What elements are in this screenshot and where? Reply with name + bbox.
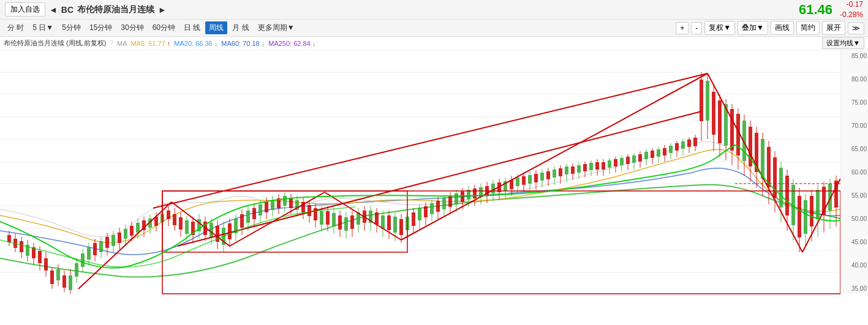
svg-rect-42 [99, 241, 103, 252]
setup-ma-button[interactable]: 设置均线▼ [822, 37, 864, 49]
svg-rect-52 [130, 226, 134, 236]
svg-rect-238 [700, 80, 703, 121]
svg-rect-136 [387, 215, 391, 230]
svg-rect-200 [583, 164, 587, 171]
svg-rect-190 [553, 170, 556, 177]
period-fenshi[interactable]: 分 时 [4, 21, 28, 34]
svg-rect-144 [412, 212, 415, 226]
ma20-arrow: ↓ [214, 40, 218, 47]
svg-rect-178 [516, 177, 519, 186]
svg-rect-158 [455, 193, 458, 204]
svg-rect-64 [167, 211, 170, 219]
period-5day[interactable]: 5 日▼ [29, 21, 57, 34]
price-75: 75.00 [842, 99, 867, 106]
svg-rect-204 [595, 162, 599, 170]
svg-rect-186 [540, 173, 544, 181]
price-80: 80.00 [842, 76, 867, 83]
svg-rect-34 [75, 263, 78, 277]
svg-rect-102 [283, 196, 287, 206]
price-60: 60.00 [842, 169, 867, 176]
period-15min[interactable]: 15分钟 [86, 21, 116, 34]
stock-name: 布伦特原油当月连续 [77, 4, 154, 15]
jianyue-button[interactable]: 简约 [796, 21, 820, 35]
svg-rect-110 [308, 205, 311, 216]
zoom-in-button[interactable]: + [676, 22, 689, 34]
svg-rect-30 [62, 275, 66, 288]
svg-rect-236 [693, 138, 697, 146]
nav-left-arrow[interactable]: ◄ [49, 5, 58, 15]
add-favorite-button[interactable]: 加入自选 [5, 2, 45, 17]
svg-rect-122 [344, 217, 348, 231]
svg-rect-26 [50, 271, 54, 284]
svg-rect-48 [118, 233, 121, 243]
svg-rect-50 [124, 229, 127, 239]
price-85: 85.00 [842, 53, 867, 59]
svg-rect-248 [730, 109, 734, 151]
svg-rect-228 [669, 146, 673, 153]
chart-area[interactable]: 0 1 2 3 4 5 6 7 段数：143 ~86.74 -29.54 悟空问… [0, 50, 868, 294]
svg-rect-182 [528, 175, 532, 184]
svg-rect-240 [706, 81, 709, 121]
svg-rect-202 [589, 163, 593, 170]
price-50: 50.00 [842, 215, 867, 222]
svg-rect-164 [473, 189, 477, 198]
svg-rect-170 [491, 184, 495, 193]
ma60-value: 70.18 [243, 40, 260, 47]
svg-rect-104 [289, 198, 293, 208]
price-scale: 85.00 80.00 75.00 70.00 65.00 60.00 55.0… [840, 50, 868, 294]
price-display: 61.46 [799, 2, 832, 18]
svg-rect-124 [350, 215, 354, 229]
svg-rect-276 [816, 190, 820, 219]
svg-rect-196 [571, 166, 575, 174]
period-bar: 分 时 5 日▼ 5分钟 15分钟 30分钟 60分钟 日 线 周线 月 线 更… [0, 20, 868, 37]
period-more[interactable]: 更多周期▼ [254, 21, 298, 34]
svg-rect-242 [712, 92, 715, 135]
ma250-label[interactable]: MA250: 62.84 ↓ [268, 40, 315, 47]
svg-rect-226 [663, 148, 666, 155]
svg-rect-70 [185, 220, 189, 234]
svg-rect-188 [546, 171, 550, 179]
zhankai-button[interactable]: 展开 [822, 21, 845, 35]
svg-rect-96 [265, 202, 268, 212]
fuquan-button[interactable]: 复权▼ [704, 21, 735, 35]
price-35: 35.00 [842, 285, 867, 292]
top-bar-left: 加入自选 ◄ BC 布伦特原油当月连续 ► [5, 2, 167, 17]
svg-rect-154 [442, 198, 446, 209]
svg-rect-216 [632, 155, 636, 163]
huaxian-button[interactable]: 画线 [771, 21, 794, 35]
svg-rect-194 [565, 166, 568, 174]
diejia-button[interactable]: 叠加▼ [738, 21, 768, 35]
svg-rect-230 [675, 143, 679, 151]
ma5-value: 61.77 [148, 40, 165, 47]
svg-rect-152 [436, 201, 440, 212]
period-30min[interactable]: 30分钟 [117, 21, 147, 34]
ma60-label[interactable]: MA60: 70.18 ↓ [221, 40, 265, 47]
svg-rect-266 [785, 176, 789, 215]
svg-rect-134 [381, 215, 385, 229]
svg-rect-118 [332, 213, 336, 226]
expand-button[interactable]: ≫ [848, 22, 864, 34]
svg-rect-184 [534, 174, 538, 182]
top-bar-right: 61.46 -0.17 -0.28% [799, 0, 863, 20]
svg-rect-198 [577, 165, 581, 173]
svg-rect-148 [424, 206, 428, 217]
svg-rect-160 [461, 192, 464, 202]
svg-rect-138 [393, 217, 397, 233]
period-5min[interactable]: 5分钟 [58, 21, 85, 34]
svg-rect-214 [626, 157, 630, 164]
period-weekly[interactable]: 周线 [205, 21, 227, 34]
ma5-label[interactable]: MA5: 61.77 ↑ [131, 40, 171, 47]
nav-right-arrow[interactable]: ► [158, 5, 167, 15]
zoom-out-button[interactable]: - [691, 22, 702, 34]
price-65: 65.00 [842, 146, 867, 152]
change-pct: -0.28% [840, 10, 863, 20]
period-monthly[interactable]: 月 线 [228, 21, 252, 34]
svg-rect-258 [761, 139, 764, 179]
period-60min[interactable]: 60分钟 [149, 21, 179, 34]
question-icon[interactable]: ? [110, 40, 113, 47]
period-daily[interactable]: 日 线 [180, 21, 204, 34]
svg-rect-270 [798, 196, 801, 237]
ma20-label[interactable]: MA20: 66.36 ↓ [174, 40, 217, 47]
svg-rect-38 [87, 247, 91, 260]
svg-rect-78 [209, 223, 213, 237]
